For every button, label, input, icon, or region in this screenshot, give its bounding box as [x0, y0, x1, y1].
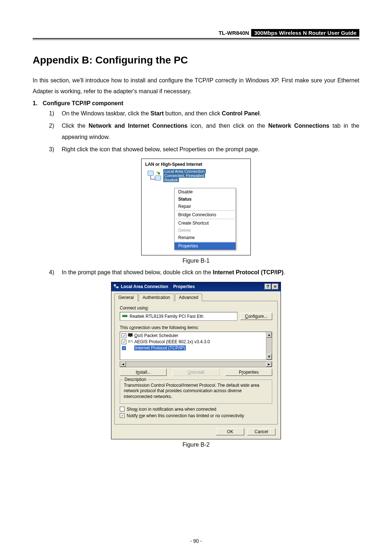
figure-b2-dialog: Local Area Connection Properties ? × Gen… [111, 282, 281, 439]
page-number: - 90 - [0, 538, 392, 544]
ctx-separator [175, 210, 235, 211]
tab-advanced[interactable]: Advanced [175, 294, 202, 301]
svg-rect-4 [117, 287, 118, 288]
monitor-icon [128, 333, 133, 338]
figure-b2-caption: Figure B-2 [33, 442, 359, 448]
ok-button[interactable]: OK [216, 428, 244, 435]
step-3: Right click the icon that showed below, … [42, 144, 359, 155]
description-title: Description [123, 377, 148, 382]
svg-rect-3 [114, 284, 116, 286]
ctx-rename[interactable]: Rename [175, 234, 236, 241]
notify-checkbox[interactable]: ✓ Notify me when this connection has lim… [120, 413, 272, 418]
tab-authentication[interactable]: Authentication [139, 294, 174, 301]
step-1-text-e: . [260, 110, 261, 116]
adapter-field[interactable]: Realtek RTL8139 Family PCI Fast Eth [120, 312, 237, 321]
install-button[interactable]: Install... [120, 369, 167, 376]
scroll-down-icon[interactable]: ▼ [266, 354, 272, 360]
context-menu: Disable Status Repair Bridge Connections… [174, 188, 236, 250]
step-4-text-a: In the prompt page that showed below, do… [62, 269, 213, 275]
item-label: AEGIS Protocol (IEEE 802.1x) v3.4.3.0 [134, 339, 210, 344]
description-groupbox: Description Transmission Control Protoco… [120, 379, 272, 404]
ctx-status[interactable]: Status [175, 196, 236, 203]
ctx-disable[interactable]: Disable [175, 188, 236, 196]
step-1-text-c: button, and then click [164, 110, 222, 116]
conn-line-3: Realtek [163, 178, 179, 182]
lan-group-title: LAN or High-Speed Internet [145, 162, 248, 167]
dialog-titlebar: Local Area Connection Properties ? × [111, 282, 281, 291]
guide-title: 300Mbps Wireless N Router User Guide [251, 29, 359, 37]
ctx-repair[interactable]: Repair [175, 203, 236, 210]
adapter-name: Realtek RTL8139 Family PCI Fast Eth [130, 314, 203, 319]
configure-button[interactable]: Configure... [240, 313, 272, 320]
horizontal-scrollbar[interactable]: ◄ ► [120, 361, 272, 367]
checkbox-icon[interactable]: ✓ [122, 346, 126, 350]
uninstall-button: Uninstall [172, 369, 219, 376]
ctx-separator [175, 242, 235, 242]
doc-header: TL-WR840N 300Mbps Wireless N Router User… [33, 29, 359, 39]
help-button[interactable]: ? [265, 284, 271, 290]
dialog-title-a: Local Area Connection [121, 284, 168, 289]
svg-rect-7 [128, 333, 132, 336]
svg-rect-6 [123, 314, 124, 315]
scroll-left-icon[interactable]: ◄ [120, 362, 126, 367]
checkbox-icon[interactable]: ✓ [122, 340, 126, 344]
item-aegis[interactable]: ✓ AEGIS Protocol (IEEE 802.1x) v3.4.3.0 [122, 339, 265, 345]
scroll-right-icon[interactable]: ► [266, 362, 272, 367]
svg-rect-8 [130, 336, 131, 337]
item-qos[interactable]: ✓ QoS Packet Scheduler [122, 333, 265, 339]
step-2-networkinet: Network and Internet Connections [89, 123, 188, 129]
conn-line-1: Local Area Connection [163, 169, 206, 173]
step-1-text-a: On the Windows taskbar, click the [62, 110, 151, 116]
intro-paragraph: In this section, we'll introduce how to … [33, 75, 359, 97]
step-4: In the prompt page that showed below, do… [42, 267, 359, 278]
nic-icon [122, 314, 127, 319]
description-text: Transmission Control Protocol/Internet P… [124, 383, 268, 400]
svg-point-2 [158, 172, 160, 175]
figure-b1-caption: Figure B-1 [33, 258, 359, 264]
checkbox-icon[interactable]: ✓ [122, 333, 126, 338]
show-icon-checkbox[interactable]: Show icon in notification area when conn… [120, 407, 272, 412]
tab-general[interactable]: General [114, 294, 138, 301]
checkbox-icon[interactable]: ✓ [120, 413, 124, 418]
header-rule [33, 40, 359, 40]
item-label: QoS Packet Scheduler [134, 333, 178, 338]
close-button[interactable]: × [272, 284, 278, 290]
svg-rect-0 [148, 171, 154, 176]
properties-button[interactable]: Properties [225, 369, 272, 376]
protocol-icon [128, 345, 133, 351]
scroll-up-icon[interactable]: ▲ [266, 332, 272, 338]
cancel-button[interactable]: Cancel [247, 428, 275, 435]
checkbox-icon[interactable] [120, 407, 124, 411]
item-tcpip[interactable]: ✓ Internet Protocol (TCP/IP) [122, 345, 265, 351]
list-heading-number: 1. [33, 100, 37, 106]
step-1-start: Start [151, 110, 164, 116]
list-heading: Configure TCP/IP component [43, 100, 123, 106]
step-2-text-a: Click the [62, 123, 89, 129]
ctx-bridge[interactable]: Bridge Connections [175, 211, 236, 218]
figure-b1: LAN or High-Speed Internet Local Area [141, 159, 251, 255]
step-2-text-c: icon, and then click on the [188, 123, 268, 129]
dialog-title-b: Properties [173, 284, 195, 289]
ctx-delete: Delete [175, 227, 236, 234]
network-connection-icon [147, 170, 162, 186]
protocol-icon [128, 339, 133, 345]
step-1-controlpanel: Control Panel [222, 110, 260, 116]
ctx-separator [175, 219, 235, 219]
item-label: Internet Protocol (TCP/IP) [134, 345, 186, 350]
model-badge: TL-WR840N [216, 29, 251, 37]
show-icon-label: Show icon in notification area when conn… [127, 407, 216, 412]
page-title: Appendix B: Configuring the PC [33, 54, 359, 66]
items-listbox[interactable]: ✓ QoS Packet Scheduler ✓ [120, 332, 272, 360]
connect-using-label: Connect using: [120, 305, 272, 311]
dialog-icon [114, 284, 119, 290]
vertical-scrollbar[interactable]: ▲ ▼ [266, 332, 272, 360]
ctx-properties[interactable]: Properties [175, 242, 236, 250]
ctx-create-shortcut[interactable]: Create Shortcut [175, 219, 236, 227]
tab-panel: Connect using: Realtek RTL8139 Family PC… [114, 301, 278, 424]
step-4-tcpip: Internet Protocol (TCP/IP) [213, 269, 283, 275]
notify-label: Notify me when this connection has limit… [127, 413, 244, 418]
step-2-networkconn: Network Connections [268, 123, 330, 129]
step-2: Click the Network and Internet Connectio… [42, 120, 359, 143]
step-4-text-c: . [283, 269, 285, 275]
connection-label[interactable]: Local Area Connection Connected, Firewal… [163, 169, 206, 182]
